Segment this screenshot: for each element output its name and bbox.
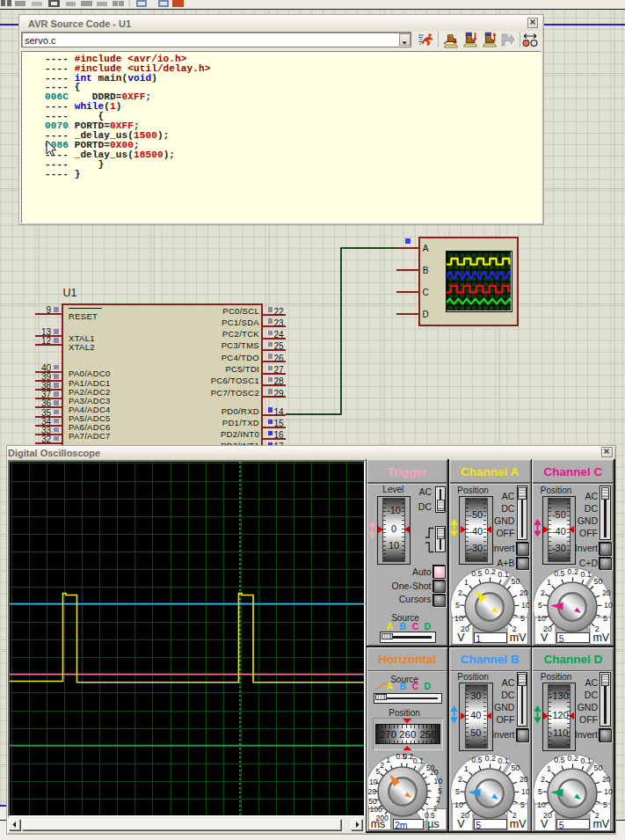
svg-text:10: 10 <box>434 777 443 785</box>
svg-text:10: 10 <box>454 614 463 623</box>
svg-text:20: 20 <box>430 768 439 777</box>
svg-text:0.5: 0.5 <box>554 569 564 578</box>
svg-text:100: 100 <box>369 805 382 814</box>
svg-text:20: 20 <box>519 588 527 597</box>
svg-text:0.2: 0.2 <box>484 567 495 576</box>
svg-text:5: 5 <box>455 787 460 796</box>
svg-text:20: 20 <box>602 588 611 597</box>
svg-text:2: 2 <box>541 588 545 597</box>
svg-text:20: 20 <box>368 786 377 795</box>
svg-text:5: 5 <box>538 787 542 796</box>
svg-text:5: 5 <box>455 601 460 610</box>
svg-text:0.2: 0.2 <box>568 754 578 763</box>
svg-text:5: 5 <box>520 614 524 623</box>
svg-text:10: 10 <box>521 601 530 610</box>
svg-text:0.1: 0.1 <box>413 756 424 765</box>
svg-text:20: 20 <box>519 775 527 784</box>
svg-text:10: 10 <box>604 601 613 610</box>
svg-text:10: 10 <box>369 777 378 785</box>
svg-text:0.5: 0.5 <box>471 756 482 764</box>
svg-text:0.2: 0.2 <box>484 754 495 763</box>
svg-text:20: 20 <box>602 775 611 784</box>
svg-text:0.1: 0.1 <box>580 570 591 579</box>
svg-text:2: 2 <box>457 775 461 784</box>
svg-text:2: 2 <box>380 760 384 769</box>
svg-text:0.1: 0.1 <box>498 756 508 765</box>
svg-text:2: 2 <box>541 775 545 784</box>
svg-text:5: 5 <box>603 614 607 623</box>
svg-text:0.2: 0.2 <box>568 567 578 576</box>
svg-text:1: 1 <box>547 764 551 773</box>
svg-text:1: 1 <box>463 764 468 773</box>
svg-text:50: 50 <box>594 577 603 586</box>
svg-text:50: 50 <box>368 797 377 806</box>
svg-text:0.5: 0.5 <box>554 756 564 764</box>
svg-text:0.1: 0.1 <box>498 570 508 579</box>
svg-text:5: 5 <box>520 800 524 809</box>
svg-text:50: 50 <box>511 577 520 586</box>
svg-text:0.5: 0.5 <box>471 569 482 578</box>
svg-text:1: 1 <box>463 578 468 587</box>
svg-text:50: 50 <box>594 763 603 772</box>
svg-text:10: 10 <box>604 787 613 796</box>
svg-text:2: 2 <box>457 588 461 597</box>
svg-text:2: 2 <box>436 795 440 804</box>
svg-text:10: 10 <box>521 787 530 796</box>
svg-text:0.1: 0.1 <box>580 756 591 765</box>
svg-text:5: 5 <box>538 601 542 610</box>
svg-text:10: 10 <box>537 800 546 809</box>
svg-text:10: 10 <box>537 614 546 623</box>
svg-text:1: 1 <box>386 756 390 764</box>
svg-text:1: 1 <box>547 578 551 587</box>
svg-text:5: 5 <box>438 785 442 794</box>
svg-text:5: 5 <box>603 800 607 809</box>
svg-text:10: 10 <box>454 800 463 809</box>
svg-text:50: 50 <box>511 763 520 772</box>
